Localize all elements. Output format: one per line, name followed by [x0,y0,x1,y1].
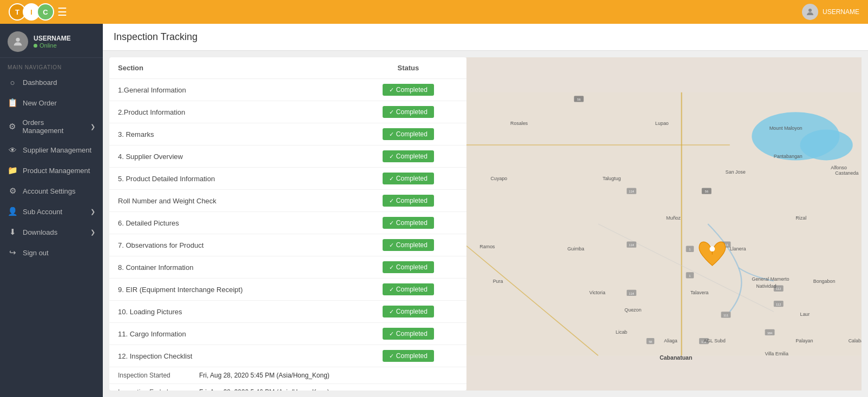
svg-text:Cabanatuan: Cabanatuan [660,354,692,361]
page-title-bar: Inspection Tracking [103,24,868,51]
completed-badge: Completed [383,150,434,162]
sidebar-user-info: USERNAME Online [34,35,71,49]
sidebar-online-status: Online [34,42,71,49]
section-cell: 1.General Information [109,79,350,101]
col-section: Section [109,57,350,79]
completed-badge: Completed [383,306,434,317]
sidebar-item-label: Orders Management [22,118,85,135]
section-cell: 10. Loading Pictures [109,301,350,323]
status-cell: Completed [350,345,466,367]
svg-text:Talavera: Talavera [691,290,709,295]
svg-text:Victoria: Victoria [589,290,606,295]
svg-text:114: 114 [629,243,634,247]
chevron-icon: ❯ [90,208,95,215]
table-row: 11. Cargo Information Completed [109,323,466,345]
svg-text:Muñoz: Muñoz [666,215,681,221]
table-row: 7. Observations for Product Completed [109,234,466,256]
header-right: USERNAME [802,4,859,20]
downloads-icon: ⬇ [8,227,17,237]
status-cell: Completed [350,145,466,168]
svg-text:Cuyapo: Cuyapo [491,176,508,181]
section-cell: Roll Number and Weight Check [109,190,350,212]
sidebar-item-new-order[interactable]: 📋 New Order [0,92,103,113]
inspection-ended-row: Inspection Ended Fri, Aug 28, 2020 5:46 … [109,384,466,391]
svg-text:Talugtug: Talugtug [602,176,621,181]
svg-text:Alfonso: Alfonso [831,165,847,170]
table-row: Roll Number and Weight Check Completed [109,190,466,212]
sidebar-item-label: Sub Account [23,208,62,216]
completed-badge: Completed [383,195,434,207]
sidebar-item-orders-management[interactable]: ⚙ Orders Management ❯ [0,113,103,140]
svg-text:Guimba: Guimba [568,246,584,252]
dashboard-icon: ○ [8,78,17,87]
svg-text:Calabasa: Calabasa [849,338,862,343]
svg-text:San Jose: San Jose [726,169,746,175]
account-icon: ⚙ [8,186,17,196]
sidebar: USERNAME Online MAIN NAVIGATION ○ Dashbo… [0,24,103,397]
completed-badge: Completed [383,328,434,340]
sidebar-username: USERNAME [34,35,71,42]
inspection-ended-value: Fri, Aug 28, 2020 5:46 PM (Asia/Hong_Kon… [199,388,330,391]
completed-badge: Completed [383,106,434,118]
status-cell: Completed [350,101,466,123]
sidebar-item-sign-out[interactable]: ↪ Sign out [0,242,103,263]
col-status: Status [350,57,466,79]
sidebar-item-product-management[interactable]: 📁 Product Management [0,160,103,181]
svg-text:Pantabangan: Pantabangan [774,154,803,159]
table-row: 5. Product Detailed Information Complete… [109,168,466,190]
svg-text:56: 56 [577,98,580,101]
svg-text:AGL Subd: AGL Subd [703,338,726,343]
section-cell: 12. Inspection Checklist [109,345,350,367]
svg-text:112: 112 [776,303,781,306]
table-row: 9. EIR (Equipment Interchange Receipt) C… [109,279,466,301]
sidebar-item-downloads[interactable]: ⬇ Downloads ❯ [0,222,103,242]
map-container[interactable]: 56 56 114 114 114 1 1 111 [466,57,862,391]
section-cell: 7. Observations for Product [109,234,350,256]
status-cell: Completed [350,279,466,301]
sidebar-item-label: New Order [23,99,57,107]
completed-badge: Completed [383,84,434,96]
inspection-started-value: Fri, Aug 28, 2020 5:45 PM (Asia/Hong_Kon… [199,372,330,379]
svg-text:Mount Maloyon: Mount Maloyon [770,125,803,131]
sub-account-icon: 👤 [8,207,17,216]
status-cell: Completed [350,190,466,212]
hamburger-icon[interactable]: ☰ [57,5,67,18]
status-cell: Completed [350,212,466,234]
table-row: 8. Container Information Completed [109,256,466,279]
supplier-icon: 👁 [8,145,17,155]
svg-text:114: 114 [629,292,634,295]
content-area: Inspection Tracking Section Status 1.Gen… [103,24,868,397]
sidebar-item-account-settings[interactable]: ⚙ Account Settings [0,181,103,201]
logo: T I C [9,3,54,21]
sidebar-item-label: Supplier Management [23,146,91,154]
new-order-icon: 📋 [8,98,17,108]
svg-text:Llanera: Llanera [730,246,746,252]
svg-text:Lupao: Lupao [655,121,669,127]
svg-text:Ramos: Ramos [479,244,495,249]
orders-icon: ⚙ [8,122,17,131]
sidebar-item-sub-account[interactable]: 👤 Sub Account ❯ [0,201,103,222]
sidebar-item-supplier-management[interactable]: 👁 Supplier Management [0,140,103,160]
svg-text:Quezon: Quezon [624,307,641,313]
svg-point-66 [709,246,715,252]
inspection-started-row: Inspection Started Fri, Aug 28, 2020 5:4… [109,367,466,384]
completed-badge: Completed [383,239,434,251]
sidebar-item-dashboard[interactable]: ○ Dashboard [0,72,103,92]
sidebar-user: USERNAME Online [0,24,103,58]
sidebar-item-label: Dashboard [23,78,57,87]
sidebar-avatar [8,31,28,52]
svg-text:56: 56 [705,190,708,193]
section-cell: 6. Detailed Pictures [109,212,350,234]
svg-text:Aliaga: Aliaga [664,338,678,343]
table-row: 2.Product Information Completed [109,101,466,123]
status-cell: Completed [350,323,466,345]
svg-text:112: 112 [776,287,781,290]
map-panel: 56 56 114 114 114 1 1 111 [466,57,862,391]
page-title: Inspection Tracking [114,31,198,42]
table-row: 10. Loading Pictures Completed [109,301,466,323]
svg-text:58: 58 [649,340,652,343]
svg-text:Pura: Pura [493,279,503,284]
svg-text:384: 384 [767,332,772,335]
sidebar-item-label: Product Management [23,167,90,175]
section-cell: 8. Container Information [109,256,350,279]
